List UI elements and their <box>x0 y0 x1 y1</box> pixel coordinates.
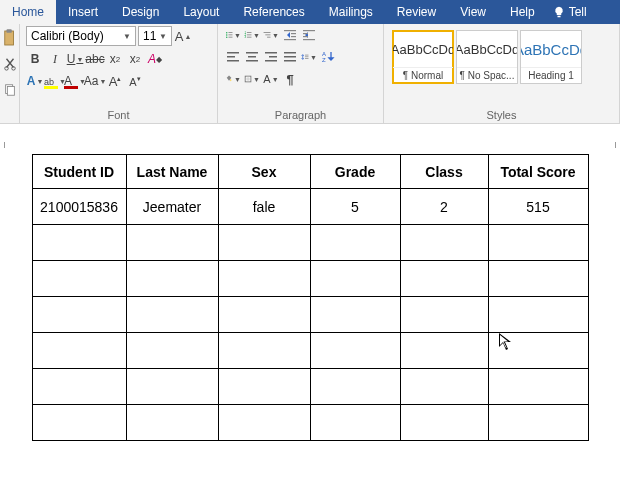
tab-mailings[interactable]: Mailings <box>317 0 385 24</box>
grow-font-a-button[interactable]: A▴ <box>106 72 124 90</box>
change-case-button[interactable]: Aa▼ <box>86 72 104 90</box>
table-cell[interactable]: fale <box>218 189 310 225</box>
table-cell[interactable] <box>400 333 488 369</box>
table-cell[interactable] <box>310 333 400 369</box>
table-row[interactable] <box>32 225 588 261</box>
table-cell[interactable] <box>310 369 400 405</box>
asian-layout-button[interactable]: A▼ <box>262 70 280 88</box>
table-cell[interactable] <box>32 405 126 441</box>
shading-button[interactable]: ▼ <box>224 70 242 88</box>
style-heading1[interactable]: AaBbCcDd Heading 1 <box>520 30 582 84</box>
table-cell[interactable]: 2 <box>400 189 488 225</box>
align-right-button[interactable] <box>262 48 280 66</box>
table-cell[interactable] <box>310 405 400 441</box>
table-cell[interactable] <box>310 225 400 261</box>
tab-design[interactable]: Design <box>110 0 171 24</box>
table-cell[interactable] <box>400 225 488 261</box>
table-row[interactable] <box>32 405 588 441</box>
table-cell[interactable] <box>310 297 400 333</box>
shrink-font-a-button[interactable]: A▾ <box>126 72 144 90</box>
table-cell[interactable] <box>32 261 126 297</box>
tab-home[interactable]: Home <box>0 0 56 24</box>
table-row[interactable] <box>32 369 588 405</box>
tab-view[interactable]: View <box>448 0 498 24</box>
style-no-spacing[interactable]: AaBbCcDd ¶ No Spac... <box>456 30 518 84</box>
table-cell[interactable] <box>218 369 310 405</box>
cut-icon[interactable] <box>3 54 17 74</box>
table-row[interactable] <box>32 261 588 297</box>
superscript-button[interactable]: x2 <box>126 50 144 68</box>
table-cell[interactable] <box>488 405 588 441</box>
table-cell[interactable] <box>488 297 588 333</box>
table-cell[interactable] <box>218 297 310 333</box>
grow-font-button[interactable]: A▲ <box>174 27 192 45</box>
sort-button[interactable]: AZ <box>319 48 337 66</box>
table-header[interactable]: Class <box>400 155 488 189</box>
table-cell[interactable] <box>310 261 400 297</box>
table-cell[interactable]: 2100015836 <box>32 189 126 225</box>
table-cell[interactable] <box>400 261 488 297</box>
table-cell[interactable] <box>218 261 310 297</box>
borders-button[interactable]: ▼ <box>243 70 261 88</box>
table-cell[interactable] <box>126 333 218 369</box>
multilevel-list-button[interactable]: ▼ <box>262 26 280 44</box>
text-effects-button[interactable]: A▼ <box>26 72 44 90</box>
subscript-button[interactable]: x2 <box>106 50 124 68</box>
table-cell[interactable] <box>32 333 126 369</box>
copy-icon[interactable] <box>3 80 17 100</box>
bullets-button[interactable]: ▼ <box>224 26 242 44</box>
table-row[interactable] <box>32 333 588 369</box>
font-size-combo[interactable]: 11▼ <box>138 26 172 46</box>
table-row[interactable]: 2100015836Jeematerfale52515 <box>32 189 588 225</box>
table-cell[interactable]: 5 <box>310 189 400 225</box>
tab-references[interactable]: References <box>231 0 316 24</box>
font-name-combo[interactable]: Calibri (Body)▼ <box>26 26 136 46</box>
table-cell[interactable]: 515 <box>488 189 588 225</box>
table-cell[interactable] <box>488 369 588 405</box>
table-cell[interactable] <box>218 225 310 261</box>
table-cell[interactable] <box>126 261 218 297</box>
decrease-indent-button[interactable] <box>281 26 299 44</box>
tab-review[interactable]: Review <box>385 0 448 24</box>
table-cell[interactable] <box>488 225 588 261</box>
tab-insert[interactable]: Insert <box>56 0 110 24</box>
style-normal[interactable]: AaBbCcDd ¶ Normal <box>392 30 454 84</box>
justify-button[interactable] <box>281 48 299 66</box>
align-left-button[interactable] <box>224 48 242 66</box>
student-table[interactable]: Student IDLast NameSexGradeClassTotal Sc… <box>32 154 589 441</box>
strikethrough-button[interactable]: abc <box>86 50 104 68</box>
tab-help[interactable]: Help <box>498 0 547 24</box>
highlight-button[interactable]: ab▼ <box>46 72 64 90</box>
table-cell[interactable] <box>32 297 126 333</box>
table-header[interactable]: Total Score <box>488 155 588 189</box>
table-cell[interactable] <box>488 261 588 297</box>
clear-format-button[interactable]: A◆ <box>146 50 164 68</box>
table-cell[interactable] <box>218 405 310 441</box>
table-cell[interactable] <box>400 297 488 333</box>
tell-me[interactable]: Tell <box>547 0 593 24</box>
table-header[interactable]: Grade <box>310 155 400 189</box>
table-header[interactable]: Sex <box>218 155 310 189</box>
table-cell[interactable] <box>32 225 126 261</box>
table-cell[interactable] <box>32 369 126 405</box>
table-cell[interactable] <box>126 405 218 441</box>
show-marks-button[interactable]: ¶ <box>281 70 299 88</box>
bold-button[interactable]: B <box>26 50 44 68</box>
numbering-button[interactable]: 123▼ <box>243 26 261 44</box>
italic-button[interactable]: I <box>46 50 64 68</box>
table-header[interactable]: Last Name <box>126 155 218 189</box>
table-cell[interactable] <box>126 225 218 261</box>
table-cell[interactable] <box>218 333 310 369</box>
table-cell[interactable]: Jeemater <box>126 189 218 225</box>
align-center-button[interactable] <box>243 48 261 66</box>
paste-icon[interactable] <box>3 28 17 48</box>
tab-layout[interactable]: Layout <box>171 0 231 24</box>
table-cell[interactable] <box>126 369 218 405</box>
table-row[interactable] <box>32 297 588 333</box>
font-color-button[interactable]: A▼ <box>66 72 84 90</box>
table-cell[interactable] <box>126 297 218 333</box>
increase-indent-button[interactable] <box>300 26 318 44</box>
table-header[interactable]: Student ID <box>32 155 126 189</box>
underline-button[interactable]: U▼ <box>66 50 84 68</box>
line-spacing-button[interactable]: ▼ <box>300 48 318 66</box>
